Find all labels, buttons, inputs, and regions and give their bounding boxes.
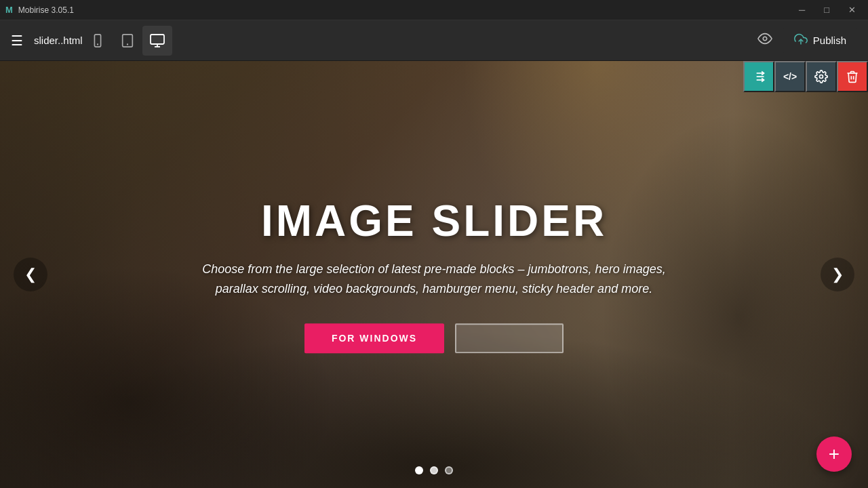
slider-buttons: FOR WINDOWS <box>197 323 671 353</box>
reorder-block-button[interactable] <box>743 61 774 92</box>
code-icon: </> <box>783 71 797 82</box>
prev-icon: ❮ <box>24 266 37 283</box>
publish-label: Publish <box>813 35 846 46</box>
desktop-view-button[interactable] <box>142 26 172 56</box>
next-icon: ❯ <box>831 266 844 283</box>
main-toolbar: ☰ slider..html <box>0 20 868 61</box>
restore-button[interactable]: □ <box>817 0 836 20</box>
for-mac-button[interactable] <box>455 323 564 353</box>
delete-block-button[interactable] <box>837 61 868 92</box>
add-icon: + <box>829 443 840 465</box>
slider-prev-button[interactable]: ❮ <box>14 258 47 291</box>
for-windows-button[interactable]: FOR WINDOWS <box>304 323 444 353</box>
svg-point-7 <box>763 37 767 41</box>
main-canvas: </> IMAGE SLIDER Choose from the large s… <box>0 61 868 488</box>
publish-cloud-icon <box>794 33 808 48</box>
app-logo: M <box>5 5 13 15</box>
toolbar-right: Publish <box>757 27 857 54</box>
filename-label: slider..html <box>34 35 83 46</box>
tablet-view-button[interactable] <box>113 26 142 56</box>
view-switcher <box>83 26 172 56</box>
slider-dot-3[interactable] <box>445 466 453 474</box>
slider-content: IMAGE SLIDER Choose from the large selec… <box>197 196 671 353</box>
minimize-button[interactable]: ─ <box>792 0 812 20</box>
code-block-button[interactable]: </> <box>774 61 806 92</box>
app-title: Mobirise 3.05.1 <box>18 5 74 15</box>
settings-block-button[interactable] <box>806 61 837 92</box>
add-block-fab[interactable]: + <box>816 436 852 472</box>
mobile-view-button[interactable] <box>83 26 113 56</box>
slider-dots <box>415 466 453 474</box>
publish-button[interactable]: Publish <box>783 27 857 54</box>
slider-next-button[interactable]: ❯ <box>821 258 854 291</box>
titlebar: M Mobirise 3.05.1 ─ □ ✕ <box>0 0 868 20</box>
preview-button[interactable] <box>757 31 772 49</box>
svg-point-15 <box>820 75 823 79</box>
slider-description: Choose from the large selection of lates… <box>197 260 671 299</box>
close-button[interactable]: ✕ <box>842 0 863 20</box>
slider-title: IMAGE SLIDER <box>197 196 671 246</box>
block-toolbar: </> <box>743 61 868 92</box>
menu-button[interactable]: ☰ <box>11 33 23 49</box>
slider-dot-1[interactable] <box>415 466 423 474</box>
svg-rect-4 <box>151 35 164 44</box>
slider-dot-2[interactable] <box>430 466 438 474</box>
